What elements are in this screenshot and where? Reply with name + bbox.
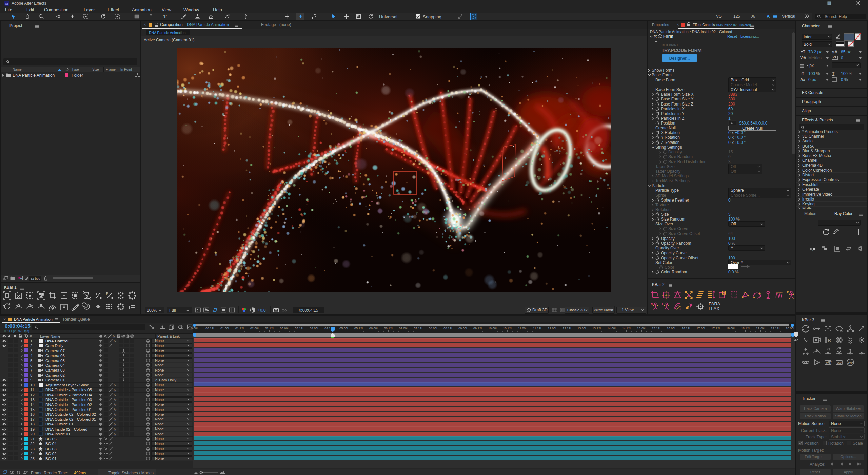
svg-text:0⁰⁇: 0⁰⁇	[826, 361, 832, 364]
svg-text:fx: fx	[114, 388, 116, 392]
svg-text:0:0: 0:0	[837, 361, 842, 364]
svg-text:fx: fx	[114, 402, 116, 406]
svg-text:D: D	[787, 291, 789, 294]
svg-text:fx: fx	[114, 398, 116, 402]
svg-text:R: R	[651, 302, 653, 306]
svg-text:fx: fx	[114, 412, 116, 416]
svg-text:R: R	[828, 338, 831, 343]
svg-text:L: L	[662, 302, 664, 306]
svg-text:Ae: Ae	[5, 2, 9, 5]
svg-text:fx: fx	[114, 432, 116, 436]
svg-text:fx: fx	[114, 339, 116, 343]
svg-text:fx: fx	[114, 393, 116, 397]
svg-text:fx: fx	[114, 427, 116, 431]
svg-text:P: P	[106, 292, 108, 295]
svg-text:WP: WP	[848, 361, 853, 364]
svg-text:fx: fx	[114, 407, 116, 412]
svg-text:fx: fx	[114, 417, 116, 421]
svg-text:fx: fx	[113, 334, 115, 338]
svg-text:T: T	[163, 14, 166, 19]
svg-text:fx: fx	[114, 422, 116, 426]
svg-text:fx: fx	[114, 383, 116, 387]
